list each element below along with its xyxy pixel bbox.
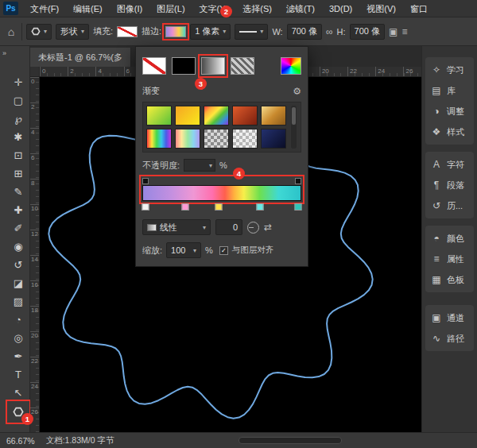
tool-button[interactable]: ✚: [9, 201, 28, 219]
tool-preset-dropdown[interactable]: ▾: [26, 24, 52, 40]
tool-button[interactable]: ▢: [9, 91, 28, 110]
tool-button[interactable]: ✱: [9, 128, 28, 146]
gradient-preset[interactable]: [175, 106, 200, 126]
panel-tab[interactable]: ▤ 库: [425, 80, 474, 101]
home-icon[interactable]: ⌂: [5, 25, 17, 38]
tool-button[interactable]: ▨: [9, 292, 28, 311]
gradient-preset[interactable]: [175, 129, 200, 149]
panel-group: A 字符 ¶ 段落 ↺ 历...: [425, 152, 474, 218]
scale-row: 缩放: 100 ▾ % ✓ 与图层对齐: [142, 242, 301, 260]
stroke-swatch[interactable]: [165, 26, 186, 37]
panel-tab[interactable]: ▦ 色板: [425, 269, 474, 290]
tool-button[interactable]: ◔: [9, 311, 28, 329]
tool-button[interactable]: ✐: [9, 219, 28, 238]
panel-tab[interactable]: ◑ 调整: [425, 101, 474, 122]
tool-button[interactable]: ◎: [9, 329, 28, 347]
collapse-panels-icon[interactable]: »: [2, 49, 6, 57]
gear-icon[interactable]: ⚙: [293, 86, 301, 97]
menu-item[interactable]: 图层(L): [149, 0, 192, 17]
tool-button[interactable]: ◉: [9, 238, 28, 256]
horizontal-scrollbar[interactable]: [238, 437, 342, 444]
gradient-preset[interactable]: [232, 129, 258, 149]
tool-icon: ✱: [14, 131, 23, 143]
gradient-preset[interactable]: [146, 129, 172, 149]
color-stop[interactable]: [257, 203, 264, 210]
opacity-stops-row: [142, 178, 301, 185]
gradient-style-value: 线性: [160, 222, 177, 234]
color-picker-icon[interactable]: [281, 57, 301, 75]
menu-item[interactable]: 图像(I): [110, 0, 149, 17]
panel-tab[interactable]: ∿ 路径: [425, 328, 474, 349]
tool-button[interactable]: ⊡: [9, 146, 28, 164]
link-dimensions-icon[interactable]: ∞: [326, 26, 333, 37]
document-tab-title: 未标题-1 @ 66.7%(多: [38, 52, 122, 64]
angle-dial-icon[interactable]: [247, 222, 259, 234]
tool-button[interactable]: T: [9, 365, 28, 384]
panel-label: 历...: [447, 200, 463, 212]
gradient-preset[interactable]: [204, 129, 229, 149]
color-stop[interactable]: [295, 203, 302, 210]
gradient-preset[interactable]: [146, 106, 172, 126]
opacity-row: 不透明度: ▾ %: [142, 159, 301, 172]
solid-color-swatch[interactable]: [172, 57, 196, 75]
document-info[interactable]: 文档:1.83M/0 字节: [46, 435, 114, 446]
tool-button[interactable]: ⊞: [9, 164, 28, 183]
path-alignment-icon[interactable]: ≡: [401, 26, 407, 37]
panel-tab[interactable]: ◓ 颜色: [425, 228, 474, 249]
zoom-level[interactable]: 66.67%: [6, 436, 35, 446]
gradient-bar[interactable]: [142, 185, 301, 201]
tool-mode-select[interactable]: 形状 ▾: [56, 24, 89, 40]
color-stop[interactable]: [215, 203, 223, 210]
tool-button[interactable]: ✎: [9, 183, 28, 201]
no-color-swatch[interactable]: [142, 57, 166, 75]
stroke-width-select[interactable]: 1 像素 ▾: [190, 24, 231, 40]
tool-button[interactable]: ✒: [9, 347, 28, 365]
panel-icon: ❖: [431, 126, 442, 137]
panel-tab[interactable]: ≡ 属性: [425, 249, 474, 269]
panel-tab[interactable]: ❖ 样式: [425, 122, 474, 142]
menu-item[interactable]: 滤镜(T): [279, 0, 322, 17]
color-stop[interactable]: [142, 203, 149, 210]
menu-item[interactable]: 3D(D): [322, 0, 359, 17]
chevron-down-icon: ▾: [203, 224, 206, 231]
scrollbar[interactable]: [291, 106, 297, 149]
panel-tab[interactable]: ¶ 段落: [425, 175, 474, 195]
panel-tab[interactable]: ▣ 通道: [425, 307, 474, 328]
panel-tab[interactable]: ✧ 学习: [425, 60, 474, 80]
gradient-style-select[interactable]: 线性 ▾: [142, 219, 211, 235]
opacity-input[interactable]: ▾: [184, 159, 215, 172]
gradient-type-swatch[interactable]: [201, 57, 225, 75]
tool-button[interactable]: ✛: [9, 73, 28, 91]
ruler-origin[interactable]: [30, 67, 40, 77]
panel-tab[interactable]: ↺ 历...: [425, 195, 474, 216]
menu-item[interactable]: 编辑(E): [66, 0, 110, 17]
fill-swatch[interactable]: [117, 26, 138, 37]
width-input[interactable]: 700 像: [287, 24, 322, 40]
tool-button[interactable]: ↖: [9, 384, 28, 402]
tool-button[interactable]: ◪: [9, 274, 28, 292]
menu-item[interactable]: 视图(V): [359, 0, 403, 17]
gradient-preset[interactable]: [232, 106, 258, 126]
color-stop[interactable]: [182, 203, 189, 210]
scale-input[interactable]: 100 ▾: [166, 242, 201, 258]
opacity-stop[interactable]: [142, 178, 149, 184]
gradient-preset[interactable]: [261, 106, 286, 126]
tool-button[interactable]: ↺: [9, 256, 28, 274]
pattern-swatch[interactable]: [231, 57, 254, 75]
vertical-ruler[interactable]: 02468101214161820222426: [30, 77, 40, 432]
menu-item[interactable]: 文件(F): [23, 0, 66, 17]
reverse-gradient-icon[interactable]: ⇄: [264, 222, 272, 233]
gradient-preset[interactable]: [204, 106, 229, 126]
tool-button[interactable]: ℘: [9, 110, 28, 128]
gradient-preset[interactable]: [261, 129, 286, 149]
panel-tab[interactable]: A 字符: [425, 154, 474, 175]
stroke-type-select[interactable]: ▾: [235, 24, 268, 40]
menu-item[interactable]: 窗口: [403, 0, 435, 17]
menu-item[interactable]: 选择(S): [235, 0, 279, 17]
path-operations-icon[interactable]: ▣: [389, 26, 398, 37]
opacity-stop[interactable]: [295, 178, 301, 184]
height-input[interactable]: 700 像: [350, 24, 385, 40]
angle-input[interactable]: 0: [215, 219, 242, 235]
align-with-layer-checkbox[interactable]: ✓: [219, 246, 228, 255]
document-tab[interactable]: 未标题-1 @ 66.7%(多: [30, 48, 131, 67]
